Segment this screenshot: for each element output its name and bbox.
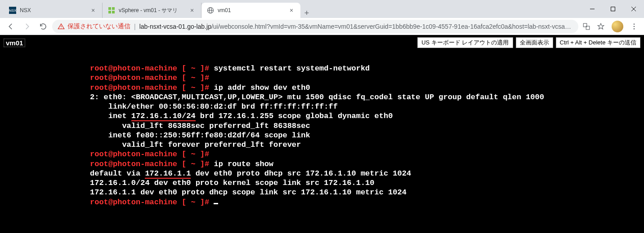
window-maximize-button[interactable] — [603, 0, 623, 18]
ctrl-alt-del-button[interactable]: Ctrl + Alt + Delete キーの送信 — [556, 37, 641, 48]
svg-rect-1 — [112, 7, 115, 10]
svg-rect-8 — [611, 7, 615, 11]
bookmark-star-icon[interactable] — [595, 20, 607, 33]
security-warning: 保護されていない通信 — [58, 22, 130, 31]
url-text: lab-nsxt-vcsa-01.go-lab.jp/ui/webconsole… — [139, 23, 573, 30]
globe-favicon-icon — [207, 7, 214, 14]
vm-name-label: vm01 — [4, 39, 25, 47]
terminal-line: inet 172.16.1.10/24 brd 172.16.1.255 sco… — [90, 111, 644, 121]
window-controls — [582, 0, 644, 18]
terminal-line: root@photon-machine [ ~ ]# ip addr show … — [90, 83, 644, 92]
browser-titlebar: NSXNSX×vSphere - vm01 - サマリ×vm01×+ — [0, 0, 644, 18]
terminal-line: root@photon-machine [ ~ ]# — [90, 73, 644, 83]
highlighted-value: 172.16.1.10/24 — [131, 112, 196, 121]
terminal-line: 172.16.1.0/24 dev eth0 proto kernel scop… — [90, 178, 644, 188]
profile-avatar[interactable] — [612, 21, 623, 32]
window-close-button[interactable] — [623, 0, 644, 18]
omnibox[interactable]: 保護されていない通信 | lab-nsxt-vcsa-01.go-lab.jp/… — [52, 20, 578, 33]
warning-triangle-icon — [58, 23, 65, 30]
browser-tab[interactable]: vm01× — [201, 3, 300, 18]
terminal-output[interactable]: root@photon-machine [ ~ ]# systemctl res… — [0, 50, 644, 207]
terminal-line: root@photon-machine [ ~ ]# — [90, 198, 644, 207]
nav-reload-button[interactable] — [36, 19, 50, 34]
web-console: vm01 US キーボード レイアウトの適用 全画面表示 Ctrl + Alt … — [0, 35, 644, 233]
terminal-line: valid_lft forever preferred_lft forever — [90, 140, 644, 149]
translate-icon[interactable] — [580, 20, 593, 33]
tab-title: vm01 — [218, 7, 284, 13]
terminal-line: 172.16.1.1 dev eth0 proto dhcp scope lin… — [90, 188, 644, 197]
tab-title: NSX — [20, 7, 86, 13]
keyboard-layout-button[interactable]: US キーボード レイアウトの適用 — [417, 37, 513, 48]
fullscreen-button[interactable]: 全画面表示 — [516, 37, 553, 48]
svg-point-15 — [634, 23, 635, 25]
tab-close-icon[interactable]: × — [188, 7, 196, 14]
terminal-line: default via 172.16.1.1 dev eth0 proto dh… — [90, 169, 644, 178]
terminal-cursor — [214, 203, 218, 204]
vsphere-favicon-icon — [108, 7, 115, 14]
terminal-line: valid_lft 86388sec preferred_lft 86388se… — [90, 121, 644, 131]
address-bar: 保護されていない通信 | lab-nsxt-vcsa-01.go-lab.jp/… — [0, 18, 644, 35]
browser-menu-icon[interactable] — [628, 20, 640, 33]
tab-strip: NSXNSX×vSphere - vm01 - サマリ×vm01×+ — [0, 0, 582, 18]
security-warning-label: 保護されていない通信 — [67, 22, 130, 31]
svg-rect-2 — [108, 11, 111, 13]
window-minimize-button[interactable] — [582, 0, 603, 18]
highlighted-value: 172.16.1.1 — [145, 169, 191, 179]
nsx-favicon-icon: NSX — [9, 7, 16, 14]
nav-back-button[interactable] — [4, 19, 18, 34]
tab-close-icon[interactable]: × — [89, 7, 97, 14]
tab-title: vSphere - vm01 - サマリ — [119, 7, 185, 14]
console-header: vm01 US キーボード レイアウトの適用 全画面表示 Ctrl + Alt … — [0, 35, 644, 50]
tab-close-icon[interactable]: × — [288, 7, 295, 14]
terminal-line: root@photon-machine [ ~ ]# — [90, 149, 644, 159]
new-tab-button[interactable]: + — [300, 9, 313, 18]
svg-point-12 — [61, 27, 61, 28]
svg-rect-0 — [108, 7, 111, 10]
svg-point-16 — [634, 26, 635, 27]
nav-forward-button[interactable] — [20, 19, 34, 34]
terminal-line: root@photon-machine [ ~ ]# systemctl res… — [90, 64, 644, 73]
svg-point-17 — [634, 28, 635, 29]
browser-tab[interactable]: NSXNSX× — [4, 3, 103, 18]
terminal-line: inet6 fe80::250:56ff:fe80:d2df/64 scope … — [90, 131, 644, 140]
browser-tab[interactable]: vSphere - vm01 - サマリ× — [103, 3, 201, 18]
terminal-line: root@photon-machine [ ~ ]# ip route show — [90, 159, 644, 169]
svg-rect-3 — [112, 11, 115, 13]
terminal-line: link/ether 00:50:56:80:d2:df brd ff:ff:f… — [90, 102, 644, 111]
terminal-line: 2: eth0: <BROADCAST,MULTICAST,UP,LOWER_U… — [90, 92, 644, 102]
